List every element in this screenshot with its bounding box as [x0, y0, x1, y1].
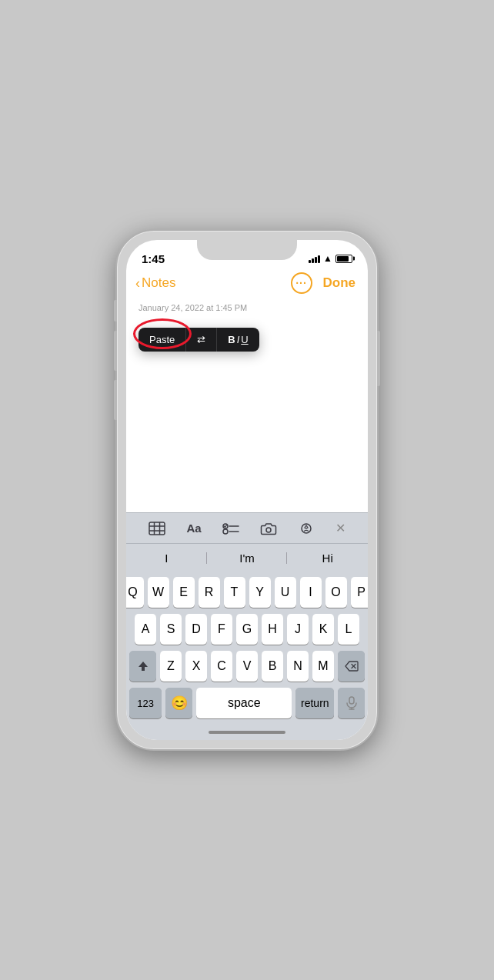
phone-frame: 1:45 ▲ ‹ Notes: [115, 229, 379, 751]
svg-rect-13: [349, 697, 354, 704]
table-toolbar-button[interactable]: [142, 520, 172, 537]
note-content-area[interactable]: January 24, 2022 at 1:45 PM Paste ⇄ B I …: [126, 300, 368, 512]
key-e[interactable]: E: [173, 577, 195, 608]
predictive-bar: I I'm Hi: [126, 543, 368, 572]
key-u[interactable]: U: [275, 577, 296, 608]
camera-icon: [260, 522, 277, 535]
volume-up-button[interactable]: [114, 331, 117, 371]
predictive-item-0[interactable]: I: [126, 548, 207, 568]
key-l[interactable]: L: [338, 614, 359, 645]
key-v[interactable]: V: [236, 651, 258, 682]
back-label: Notes: [142, 275, 175, 291]
key-g[interactable]: G: [236, 614, 258, 645]
handwriting-icon: [298, 522, 315, 535]
chevron-left-icon: ‹: [135, 276, 140, 290]
note-date: January 24, 2022 at 1:45 PM: [139, 303, 355, 312]
format-toolbar-button[interactable]: Aa: [180, 520, 207, 536]
delete-key[interactable]: [338, 651, 365, 682]
key-q[interactable]: Q: [126, 577, 144, 608]
more-button[interactable]: ···: [291, 272, 312, 294]
keyboard: Q W E R T Y U I O P A S D F G H J K: [126, 572, 368, 728]
svg-rect-0: [149, 522, 165, 535]
done-button[interactable]: Done: [323, 275, 356, 291]
table-icon: [149, 522, 165, 535]
key-a[interactable]: A: [135, 614, 156, 645]
notch: [197, 240, 297, 260]
close-toolbar-button[interactable]: ✕: [329, 519, 352, 537]
battery-fill: [337, 256, 349, 262]
keyboard-toolbar: Aa: [126, 512, 368, 543]
svg-point-7: [223, 529, 228, 534]
more-icon: ···: [295, 277, 307, 289]
back-button[interactable]: ‹ Notes: [135, 275, 175, 291]
context-menu: Paste ⇄ B I U: [139, 328, 259, 352]
wifi-icon: ▲: [323, 253, 332, 264]
checklist-toolbar-button[interactable]: [216, 520, 245, 537]
predictive-item-2[interactable]: Hi: [287, 548, 368, 568]
return-key[interactable]: return: [295, 688, 334, 718]
key-j[interactable]: J: [287, 614, 309, 645]
scan-button[interactable]: ⇄: [186, 328, 217, 352]
format-icon: Aa: [186, 522, 201, 535]
mic-icon: [346, 696, 357, 710]
key-row-4: 123 😊 space return: [129, 688, 365, 718]
key-i[interactable]: I: [300, 577, 322, 608]
biu-button[interactable]: B I U: [217, 328, 259, 352]
key-m[interactable]: M: [312, 651, 334, 682]
paste-button[interactable]: Paste: [139, 328, 186, 352]
space-key[interactable]: space: [196, 688, 292, 718]
key-f[interactable]: F: [211, 614, 232, 645]
home-bar: [209, 731, 285, 734]
key-row-3: Z X C V B N M: [129, 651, 365, 682]
nav-bar: ‹ Notes ··· Done: [126, 271, 368, 300]
handwriting-toolbar-button[interactable]: [292, 520, 321, 537]
key-s[interactable]: S: [160, 614, 182, 645]
key-row-2: A S D F G H J K L: [129, 614, 365, 645]
emoji-key[interactable]: 😊: [165, 688, 192, 718]
key-row-1: Q W E R T Y U I O P: [129, 577, 365, 608]
delete-icon: [345, 661, 359, 672]
screen: 1:45 ▲ ‹ Notes: [126, 240, 368, 740]
status-time: 1:45: [142, 252, 165, 265]
shift-icon: [137, 660, 149, 672]
mute-button[interactable]: [114, 300, 117, 322]
key-c[interactable]: C: [211, 651, 232, 682]
underline-label: U: [241, 334, 248, 345]
key-y[interactable]: Y: [249, 577, 271, 608]
shift-key[interactable]: [129, 651, 156, 682]
paste-label: Paste: [149, 334, 175, 345]
signal-icon: [309, 255, 320, 263]
checklist-icon: [222, 522, 239, 535]
status-icons: ▲: [309, 253, 352, 264]
key-w[interactable]: W: [148, 577, 169, 608]
svg-point-9: [266, 528, 271, 532]
key-h[interactable]: H: [262, 614, 283, 645]
key-x[interactable]: X: [185, 651, 207, 682]
key-p[interactable]: P: [351, 577, 369, 608]
key-t[interactable]: T: [224, 577, 245, 608]
home-indicator-bar: [126, 728, 368, 740]
scan-icon: ⇄: [197, 334, 205, 345]
key-r[interactable]: R: [199, 577, 220, 608]
camera-toolbar-button[interactable]: [254, 520, 283, 537]
close-icon: ✕: [335, 521, 345, 535]
key-o[interactable]: O: [325, 577, 347, 608]
key-d[interactable]: D: [185, 614, 207, 645]
mic-key[interactable]: [338, 688, 365, 718]
biu-container: B I U: [228, 334, 248, 345]
key-n[interactable]: N: [287, 651, 309, 682]
nav-actions: ··· Done: [291, 272, 356, 294]
italic-label: I: [237, 334, 240, 345]
power-button[interactable]: [377, 331, 380, 386]
predictive-item-1[interactable]: I'm: [207, 548, 288, 568]
volume-down-button[interactable]: [114, 380, 117, 420]
battery-icon: [335, 255, 352, 263]
key-b[interactable]: B: [262, 651, 283, 682]
key-z[interactable]: Z: [160, 651, 182, 682]
numbers-key[interactable]: 123: [129, 688, 162, 718]
bold-label: B: [228, 334, 235, 345]
key-k[interactable]: K: [312, 614, 334, 645]
